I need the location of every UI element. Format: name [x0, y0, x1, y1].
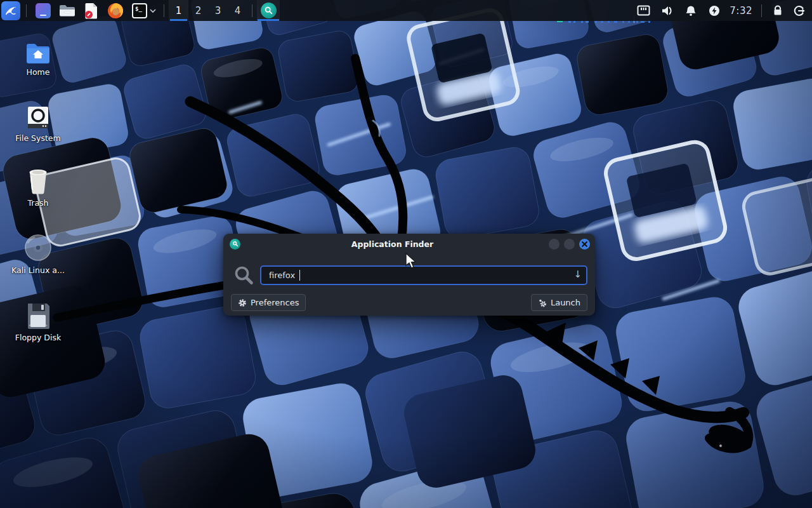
desktop-icon-label: Floppy Disk: [15, 333, 61, 342]
lock-screen-icon[interactable]: [767, 0, 789, 21]
desktop-icon-label: Home: [27, 67, 50, 77]
network-tray-icon[interactable]: [632, 0, 655, 21]
notifications-bell-icon[interactable]: [679, 0, 702, 21]
desktop-icon-floppy-disk[interactable]: Floppy Disk: [8, 301, 69, 342]
workspace-4[interactable]: 4: [228, 0, 247, 21]
workspace-2-label: 2: [195, 5, 202, 17]
logout-icon[interactable]: [789, 0, 810, 21]
file-manager-launcher[interactable]: [58, 2, 76, 20]
desktop-icon-label: Trash: [27, 198, 48, 208]
desktop-icon: [36, 3, 51, 18]
gear-icon: [238, 298, 247, 307]
workspace-4-label: 4: [235, 5, 241, 17]
workspace-2[interactable]: 2: [188, 0, 208, 21]
desktop-icon-home[interactable]: Home: [8, 36, 69, 77]
titlebar[interactable]: Application Finder: [223, 234, 595, 254]
firefox-icon: [107, 3, 124, 19]
close-icon: [582, 241, 587, 247]
desktop-icon-trash[interactable]: Trash: [8, 166, 69, 208]
volume-tray-icon[interactable]: [655, 0, 679, 21]
taskbar-application-finder-button[interactable]: [257, 0, 280, 21]
workspace-1-label: 1: [176, 5, 182, 17]
panel-separator: [252, 4, 252, 17]
application-finder-window: Application Finder ↓: [223, 234, 595, 316]
terminal-icon: $_: [132, 3, 147, 18]
desktop-icon-label: Kali Linux a...: [11, 265, 65, 275]
desktop-icon-kali-linux[interactable]: Kali Linux a...: [8, 234, 69, 275]
terminal-launcher[interactable]: $_: [131, 2, 148, 20]
launch-gears-icon: [538, 298, 547, 307]
workspace-3[interactable]: 3: [208, 0, 228, 21]
power-manager-tray-icon[interactable]: [702, 0, 726, 21]
launch-button-label: Launch: [551, 298, 580, 307]
cd-disc-icon: [24, 234, 52, 262]
minimize-button[interactable]: [549, 239, 560, 250]
desktop-root: $_ 1 2 3 4: [0, 0, 812, 508]
window-title: Application Finder: [240, 239, 544, 249]
launch-button[interactable]: Launch: [531, 294, 587, 311]
search-input[interactable]: [260, 265, 587, 285]
desktop-icon-file-system[interactable]: File System: [8, 102, 69, 143]
panel-separator: [761, 4, 762, 17]
top-panel: $_ 1 2 3 4: [0, 0, 812, 21]
text-editor-launcher[interactable]: [82, 2, 100, 20]
preferences-button[interactable]: Preferences: [231, 294, 306, 311]
show-desktop-launcher[interactable]: [34, 2, 52, 20]
workspace-3-label: 3: [215, 5, 221, 17]
maximize-button[interactable]: [564, 239, 575, 250]
text-editor-icon: [84, 3, 99, 19]
panel-clock[interactable]: 7:32: [726, 5, 756, 17]
folder-icon: [59, 4, 75, 18]
preferences-button-label: Preferences: [251, 298, 299, 307]
filesystem-drive-icon: [26, 102, 50, 130]
firefox-launcher[interactable]: [107, 2, 124, 20]
desktop-icon-label: File System: [15, 133, 61, 143]
panel-separator: [26, 4, 27, 17]
trash-icon: [25, 166, 51, 194]
terminal-dropdown-chevron-icon[interactable]: [149, 8, 157, 13]
search-icon: [233, 265, 254, 285]
home-folder-icon: [25, 36, 51, 64]
close-button[interactable]: [579, 239, 590, 250]
workspace-1[interactable]: 1: [169, 0, 188, 21]
text-caret: [299, 270, 300, 281]
floppy-disk-icon: [25, 301, 51, 329]
application-finder-window-icon: [230, 239, 240, 250]
application-finder-taskbar-icon: [261, 3, 277, 18]
entry-dropdown-arrow-icon[interactable]: ↓: [573, 269, 582, 280]
panel-separator: [164, 4, 164, 17]
mouse-cursor: [405, 253, 419, 269]
kali-logo-icon: [4, 4, 18, 18]
applications-menu-button[interactable]: [1, 1, 20, 20]
